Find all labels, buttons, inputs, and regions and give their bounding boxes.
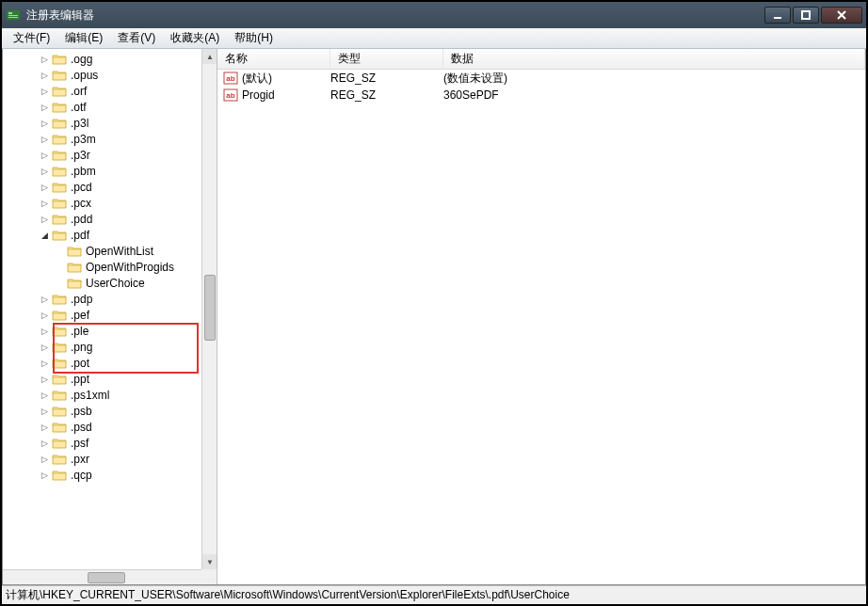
hscroll-thumb[interactable] bbox=[88, 572, 125, 583]
folder-icon bbox=[52, 85, 67, 98]
folder-icon bbox=[52, 101, 67, 114]
list-header: 名称 类型 数据 bbox=[217, 49, 865, 70]
tree-item-label: .otf bbox=[71, 101, 87, 114]
expand-icon[interactable]: ▷ bbox=[39, 150, 50, 161]
expand-icon[interactable]: ▷ bbox=[39, 390, 50, 401]
column-header-type[interactable]: 类型 bbox=[330, 49, 443, 69]
maximize-button[interactable] bbox=[793, 7, 819, 24]
tree-item-label: .qcp bbox=[71, 469, 92, 482]
minimize-button[interactable] bbox=[764, 7, 791, 24]
value-name: (默认) bbox=[242, 71, 272, 87]
tree-item-label: .png bbox=[71, 341, 92, 354]
tree-item-label: .ps1xml bbox=[71, 389, 109, 402]
tree-item[interactable]: OpenWithProgids bbox=[3, 259, 201, 275]
expand-icon[interactable]: ▷ bbox=[39, 454, 50, 465]
tree-item[interactable]: ▷.ple bbox=[3, 323, 201, 339]
folder-icon bbox=[52, 421, 67, 434]
menu-item[interactable]: 帮助(H) bbox=[227, 28, 281, 48]
menu-item[interactable]: 文件(F) bbox=[6, 28, 57, 48]
column-header-name[interactable]: 名称 bbox=[217, 49, 330, 69]
expand-icon[interactable]: ▷ bbox=[39, 438, 50, 449]
tree-item[interactable]: ▷.pcd bbox=[3, 179, 201, 195]
tree-item[interactable]: ▷.pot bbox=[3, 355, 201, 371]
tree-item[interactable]: ▷.pdp bbox=[3, 291, 201, 307]
expand-icon[interactable]: ▷ bbox=[39, 182, 50, 193]
menu-item[interactable]: 编辑(E) bbox=[57, 28, 110, 48]
tree-item[interactable]: ▷.png bbox=[3, 339, 201, 355]
tree-item[interactable]: ◢.pdf bbox=[3, 227, 201, 243]
svg-text:ab: ab bbox=[226, 74, 234, 83]
svg-rect-2 bbox=[8, 15, 18, 16]
menu-item[interactable]: 查看(V) bbox=[110, 28, 163, 48]
expand-icon[interactable]: ▷ bbox=[39, 422, 50, 433]
close-button[interactable] bbox=[821, 7, 862, 24]
tree-item-label: .opus bbox=[71, 69, 98, 82]
expand-icon[interactable]: ▷ bbox=[39, 70, 50, 81]
tree-item[interactable]: ▷.psb bbox=[3, 403, 201, 419]
expand-icon[interactable]: ▷ bbox=[39, 406, 50, 417]
tree-item[interactable]: ▷.otf bbox=[3, 99, 201, 115]
svg-rect-1 bbox=[8, 12, 12, 14]
column-header-data[interactable]: 数据 bbox=[443, 49, 865, 69]
list-row[interactable]: abProgidREG_SZ360SePDF bbox=[217, 87, 865, 104]
tree-item[interactable]: UserChoice bbox=[3, 275, 201, 291]
tree-item-label: .pot bbox=[71, 357, 89, 370]
expand-icon[interactable]: ▷ bbox=[39, 294, 50, 305]
tree-item-label: .ppt bbox=[71, 373, 89, 386]
folder-icon bbox=[52, 213, 67, 226]
expand-icon[interactable]: ▷ bbox=[39, 326, 50, 337]
horizontal-scrollbar[interactable] bbox=[3, 569, 201, 584]
tree-item[interactable]: ▷.qcp bbox=[3, 467, 201, 483]
menu-item[interactable]: 收藏夹(A) bbox=[163, 28, 227, 48]
tree-item[interactable]: OpenWithList bbox=[3, 243, 201, 259]
tree-item[interactable]: ▷.p3m bbox=[3, 131, 201, 147]
scroll-up-arrow[interactable]: ▲ bbox=[202, 49, 217, 64]
tree-item[interactable]: ▷.pbm bbox=[3, 163, 201, 179]
expand-icon[interactable]: ▷ bbox=[39, 310, 50, 321]
vertical-scrollbar[interactable]: ▲ ▼ bbox=[201, 49, 217, 569]
svg-rect-3 bbox=[8, 17, 18, 18]
expand-icon[interactable]: ▷ bbox=[39, 198, 50, 209]
expand-icon[interactable]: ▷ bbox=[39, 342, 50, 353]
expand-icon[interactable]: ▷ bbox=[39, 54, 50, 65]
tree-item[interactable]: ▷.pdd bbox=[3, 211, 201, 227]
tree-item-label: .p3m bbox=[71, 133, 96, 146]
folder-icon bbox=[52, 469, 67, 482]
tree-item[interactable]: ▷.ps1xml bbox=[3, 387, 201, 403]
folder-icon bbox=[52, 197, 67, 210]
folder-icon bbox=[52, 229, 67, 242]
tree-item[interactable]: ▷.psd bbox=[3, 419, 201, 435]
menubar: 文件(F)编辑(E)查看(V)收藏夹(A)帮助(H) bbox=[2, 28, 866, 49]
expand-icon[interactable]: ▷ bbox=[39, 358, 50, 369]
expand-icon[interactable]: ▷ bbox=[39, 470, 50, 481]
string-value-icon: ab bbox=[223, 88, 238, 103]
tree-item[interactable]: ▷.p3l bbox=[3, 115, 201, 131]
tree-item-label: .pdf bbox=[71, 229, 89, 242]
tree-item[interactable]: ▷.pef bbox=[3, 307, 201, 323]
tree-item[interactable]: ▷.orf bbox=[3, 83, 201, 99]
value-type: REG_SZ bbox=[330, 88, 443, 102]
tree-item[interactable]: ▷.psf bbox=[3, 435, 201, 451]
tree-item[interactable]: ▷.pcx bbox=[3, 195, 201, 211]
expand-icon[interactable]: ▷ bbox=[39, 214, 50, 225]
list-row[interactable]: ab(默认)REG_SZ(数值未设置) bbox=[217, 70, 865, 87]
folder-icon bbox=[52, 293, 67, 306]
scroll-down-arrow[interactable]: ▼ bbox=[202, 554, 217, 569]
folder-icon bbox=[52, 325, 67, 338]
collapse-icon[interactable]: ◢ bbox=[39, 230, 50, 241]
expand-icon[interactable]: ▷ bbox=[39, 86, 50, 97]
expand-icon[interactable]: ▷ bbox=[39, 166, 50, 177]
expand-icon[interactable]: ▷ bbox=[39, 374, 50, 385]
expand-icon[interactable]: ▷ bbox=[39, 102, 50, 113]
tree-item-label: .p3l bbox=[71, 117, 88, 130]
scroll-thumb[interactable] bbox=[204, 275, 216, 341]
tree-item[interactable]: ▷.opus bbox=[3, 67, 201, 83]
tree-item-label: .psf bbox=[71, 437, 88, 450]
tree-item[interactable]: ▷.ogg bbox=[3, 51, 201, 67]
expand-icon[interactable]: ▷ bbox=[39, 134, 50, 145]
folder-icon bbox=[52, 357, 67, 370]
tree-item[interactable]: ▷.p3r bbox=[3, 147, 201, 163]
expand-icon[interactable]: ▷ bbox=[39, 118, 50, 129]
tree-item[interactable]: ▷.pxr bbox=[3, 451, 201, 467]
tree-item[interactable]: ▷.ppt bbox=[3, 371, 201, 387]
